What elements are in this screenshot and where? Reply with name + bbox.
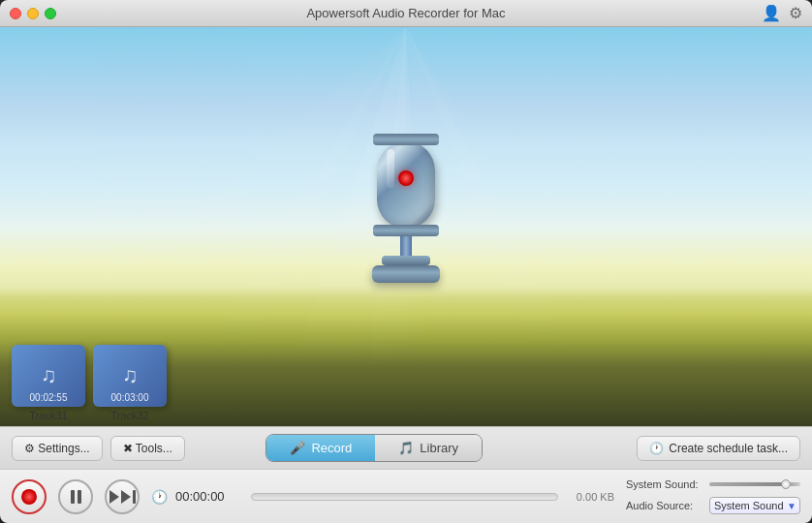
tools-button[interactable]: ✖ Tools...	[110, 436, 185, 461]
track-duration-2: 00:03:00	[93, 392, 167, 403]
microphone	[358, 134, 454, 289]
schedule-button[interactable]: 🕐 Create schedule task...	[637, 436, 800, 461]
mic-band-top	[373, 134, 439, 145]
mic-neck	[400, 236, 412, 256]
volume-knob[interactable]	[781, 479, 791, 489]
window-title: Apowersoft Audio Recorder for Mac	[306, 6, 505, 20]
clock-progress-icon: 🕐	[151, 489, 168, 505]
titlebar: Apowersoft Audio Recorder for Mac 👤 ⚙	[0, 0, 812, 27]
tracks-area: ♫ 00:02:55 Track31 ♫ 00:03:00 Track32	[12, 345, 167, 421]
audio-source-select[interactable]: System Sound Microphone	[709, 497, 800, 514]
maximize-button[interactable]	[45, 8, 56, 19]
track-name-1: Track31	[29, 410, 67, 421]
pause-icon	[71, 490, 81, 504]
skip-icon	[109, 490, 136, 504]
right-controls: System Sound: Audio Source: System Sound…	[626, 478, 800, 514]
mic-base-top	[382, 256, 430, 265]
track-item[interactable]: ♫ 00:02:55 Track31	[12, 345, 85, 421]
mic-tab-icon: 🎤	[290, 441, 305, 455]
mic-red-dot	[398, 170, 414, 186]
titlebar-icons: 👤 ⚙	[762, 4, 802, 22]
tab-library-label: Library	[420, 441, 458, 455]
file-size: 0.00 KB	[566, 491, 614, 503]
bottom-toolbar: ⚙ Settings... ✖ Tools... 🎤 Record 🎵 Libr…	[0, 426, 812, 469]
mic-base-bottom	[372, 265, 440, 283]
source-select-wrapper: System Sound Microphone ▼	[709, 496, 800, 514]
minimize-button[interactable]	[27, 8, 39, 19]
progress-bar[interactable]	[251, 493, 558, 501]
player-bar: 🕐 00:00:00 0.00 KB System Sound:	[0, 469, 812, 523]
music-icon-2: ♫	[122, 363, 139, 388]
progress-section: 🕐 00:00:00 0.00 KB	[151, 489, 614, 505]
clock-icon: 🕐	[649, 442, 664, 455]
system-sound-row: System Sound:	[626, 478, 800, 490]
time-display: 00:00:00	[175, 489, 243, 504]
mic-body	[377, 141, 435, 229]
skip-button[interactable]	[105, 479, 140, 514]
pause-button[interactable]	[58, 479, 93, 514]
audio-source-row: Audio Source: System Sound Microphone ▼	[626, 496, 800, 514]
progress-fill	[252, 494, 557, 500]
record-icon	[21, 489, 37, 505]
person-icon[interactable]: 👤	[762, 4, 781, 22]
system-sound-label: System Sound:	[626, 478, 703, 490]
mic-band-bottom	[373, 225, 439, 236]
app-window: Apowersoft Audio Recorder for Mac 👤 ⚙	[0, 0, 812, 523]
tab-record-label: Record	[311, 441, 352, 455]
track-duration-1: 00:02:55	[12, 392, 85, 403]
record-button[interactable]	[12, 479, 47, 514]
main-content: ♫ 00:02:55 Track31 ♫ 00:03:00 Track32 ⚙ …	[0, 27, 812, 523]
library-tab-icon: 🎵	[398, 441, 414, 455]
traffic-lights	[10, 8, 56, 19]
settings-icon[interactable]: ⚙	[789, 4, 802, 22]
music-icon-1: ♫	[41, 363, 57, 388]
volume-slider[interactable]	[709, 482, 800, 486]
track-item-2[interactable]: ♫ 00:03:00 Track32	[93, 345, 167, 421]
track-thumb-2[interactable]: ♫ 00:03:00	[93, 345, 167, 407]
tab-group: 🎤 Record 🎵 Library	[265, 434, 483, 462]
progress-top: 🕐 00:00:00 0.00 KB	[151, 489, 614, 505]
scene-background: ♫ 00:02:55 Track31 ♫ 00:03:00 Track32	[0, 27, 812, 426]
close-button[interactable]	[10, 8, 21, 19]
tab-record[interactable]: 🎤 Record	[266, 435, 375, 461]
schedule-button-label: Create schedule task...	[669, 442, 788, 455]
tab-library[interactable]: 🎵 Library	[375, 435, 482, 461]
track-name-2: Track32	[110, 410, 148, 421]
settings-button[interactable]: ⚙ Settings...	[12, 436, 103, 461]
track-thumb-1[interactable]: ♫ 00:02:55	[12, 345, 85, 407]
audio-source-label: Audio Source:	[626, 500, 703, 511]
